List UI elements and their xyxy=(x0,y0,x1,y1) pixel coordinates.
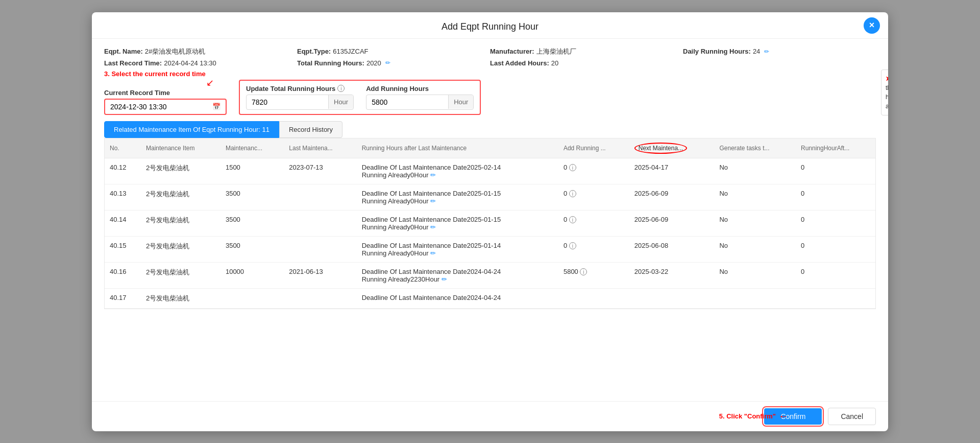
calendar-icon[interactable]: 📅 xyxy=(207,100,226,113)
cell-next-maint: 2025-06-09 xyxy=(629,210,715,236)
update-total-group: Update Total Running Hours i Hour xyxy=(246,85,354,110)
add-running-info-icon[interactable]: i xyxy=(569,216,576,223)
eqpt-type-value: 6135JZCAF xyxy=(333,48,368,55)
cell-maintenance: 10000 xyxy=(220,262,284,288)
tab-record-history[interactable]: Record History xyxy=(279,121,342,138)
update-total-input[interactable] xyxy=(247,95,328,109)
last-added-label: Last Added Hours: xyxy=(490,59,549,67)
cell-add-running: 0 i xyxy=(558,236,629,262)
daily-running-value: 24 xyxy=(753,48,760,55)
update-total-suffix: Hour xyxy=(328,95,353,109)
cell-item: 2号发电柴油机 xyxy=(141,158,220,184)
cell-no: 40.14 xyxy=(105,210,141,236)
daily-running-label: Daily Running Hours: xyxy=(683,48,751,55)
cell-running-after: 0 xyxy=(796,184,875,210)
annotation-step4-box: ➤ 4. After filling in the updated total … xyxy=(881,69,888,115)
update-total-input-wrapper[interactable]: Hour xyxy=(246,95,354,110)
cell-last-maint: 2021-06-13 xyxy=(284,262,356,288)
current-record-time-group: Current Record Time 📅 xyxy=(104,89,227,115)
cell-no: 40.12 xyxy=(105,158,141,184)
cell-no: 40.17 xyxy=(105,288,141,308)
edit-icon[interactable]: ✏ xyxy=(430,249,436,257)
close-button[interactable]: × xyxy=(864,17,880,34)
last-record-value: 2024-04-24 13:30 xyxy=(164,59,216,67)
table-row: 40.14 2号发电柴油机 3500 Deadline Of Last Main… xyxy=(105,210,875,236)
cell-running-after: 0 xyxy=(796,262,875,288)
tabs-row: Related Maintenance Item Of Eqpt Running… xyxy=(104,121,876,138)
cell-last-maint xyxy=(284,184,356,210)
col-maintenancec: Maintenanc... xyxy=(220,138,284,158)
table-row: 40.17 2号发电柴油机 Deadline Of Last Maintenan… xyxy=(105,288,875,308)
cell-running-hours: Deadline Of Last Maintenance Date2025-01… xyxy=(357,236,558,262)
edit-icon[interactable]: ✏ xyxy=(430,197,436,205)
tab-related-maintenance[interactable]: Related Maintenance Item Of Eqpt Running… xyxy=(104,121,279,138)
manufacturer-value: 上海柴油机厂 xyxy=(536,47,576,56)
total-running-label: Total Running Hours: xyxy=(297,59,364,67)
cell-running-after: 0 xyxy=(796,210,875,236)
cell-item: 2号发电柴油机 xyxy=(141,236,220,262)
manufacturer-label: Manufacturer: xyxy=(490,48,534,55)
arrow-left-icon: ← xyxy=(778,410,789,422)
eqpt-name-item: Eqpt. Name: 2#柴油发电机原动机 xyxy=(104,47,297,56)
last-record-label: Last Record Time: xyxy=(104,59,162,67)
table-row: 40.12 2号发电柴油机 1500 2023-07-13 Deadline O… xyxy=(105,158,875,184)
cell-add-running xyxy=(558,288,629,308)
cell-maintenance: 3500 xyxy=(220,236,284,262)
add-running-info-icon[interactable]: i xyxy=(569,164,576,171)
cell-next-maint: 2025-04-17 xyxy=(629,158,715,184)
cell-item: 2号发电柴油机 xyxy=(141,288,220,308)
cell-running-after: 0 xyxy=(796,236,875,262)
eqpt-type-label: Eqpt.Type: xyxy=(297,48,331,55)
maintenance-table-wrapper[interactable]: No. Maintenance Item Maintenanc... Last … xyxy=(104,138,876,309)
update-total-label-row: Update Total Running Hours i xyxy=(246,85,354,92)
cell-running-hours: Deadline Of Last Maintenance Date2025-01… xyxy=(357,184,558,210)
edit-icon[interactable]: ✏ xyxy=(430,171,436,179)
update-total-label: Update Total Running Hours xyxy=(246,85,335,92)
add-running-suffix: Hour xyxy=(448,95,473,109)
add-running-input-wrapper[interactable]: Hour xyxy=(366,95,474,110)
cell-last-maint: 2023-07-13 xyxy=(284,158,356,184)
cell-generate-tasks: No xyxy=(714,184,796,210)
last-added-item: Last Added Hours: 20 xyxy=(490,59,683,67)
edit-icon[interactable]: ✏ xyxy=(442,275,447,283)
annotation-step3: 3. Select the current record time xyxy=(104,70,206,78)
cancel-button[interactable]: Cancel xyxy=(828,408,876,425)
update-total-info-icon[interactable]: i xyxy=(337,85,345,92)
annotation-step5-text: 5. Click "Confirm" xyxy=(719,412,776,420)
cell-running-after xyxy=(796,288,875,308)
cell-item: 2号发电柴油机 xyxy=(141,184,220,210)
add-running-input[interactable] xyxy=(366,95,448,109)
cell-maintenance xyxy=(220,288,284,308)
col-last-maint: Last Maintena... xyxy=(284,138,356,158)
total-running-value: 2020 xyxy=(366,59,381,67)
eqpt-name-label: Eqpt. Name: xyxy=(104,48,143,55)
add-running-info-icon[interactable]: i xyxy=(580,268,587,275)
add-running-info-icon[interactable]: i xyxy=(569,242,576,249)
cell-add-running: 0 i xyxy=(558,184,629,210)
daily-running-edit-icon[interactable]: ✏ xyxy=(764,48,769,55)
info-row-2: Last Record Time: 2024-04-24 13:30 Total… xyxy=(104,59,876,67)
total-running-edit-icon[interactable]: ✏ xyxy=(385,59,390,66)
cell-next-maint: 2025-03-22 xyxy=(629,262,715,288)
add-running-info-icon[interactable]: i xyxy=(569,190,576,197)
cell-last-maint xyxy=(284,288,356,308)
cell-no: 40.15 xyxy=(105,236,141,262)
cell-add-running: 0 i xyxy=(558,158,629,184)
cell-running-hours: Deadline Of Last Maintenance Date2024-04… xyxy=(357,262,558,288)
info-row-1: Eqpt. Name: 2#柴油发电机原动机 Eqpt.Type: 6135JZ… xyxy=(104,47,876,56)
col-next-maint: Next Maintena... xyxy=(629,138,715,158)
cell-maintenance: 1500 xyxy=(220,158,284,184)
col-running-hours: Running Hours after Last Maintenance xyxy=(357,138,558,158)
date-input-wrapper[interactable]: 📅 xyxy=(104,99,227,115)
modal-body: Eqpt. Name: 2#柴油发电机原动机 Eqpt.Type: 6135JZ… xyxy=(92,39,888,401)
cell-generate-tasks: No xyxy=(714,262,796,288)
cell-last-maint xyxy=(284,236,356,262)
current-record-time-input[interactable] xyxy=(105,100,207,114)
table-row: 40.15 2号发电柴油机 3500 Deadline Of Last Main… xyxy=(105,236,875,262)
edit-icon[interactable]: ✏ xyxy=(430,223,436,231)
cell-no: 40.16 xyxy=(105,262,141,288)
cell-next-maint: 2025-06-08 xyxy=(629,236,715,262)
table-header-row: No. Maintenance Item Maintenanc... Last … xyxy=(105,138,875,158)
col-generate-tasks: Generate tasks t... xyxy=(714,138,796,158)
cell-last-maint xyxy=(284,210,356,236)
